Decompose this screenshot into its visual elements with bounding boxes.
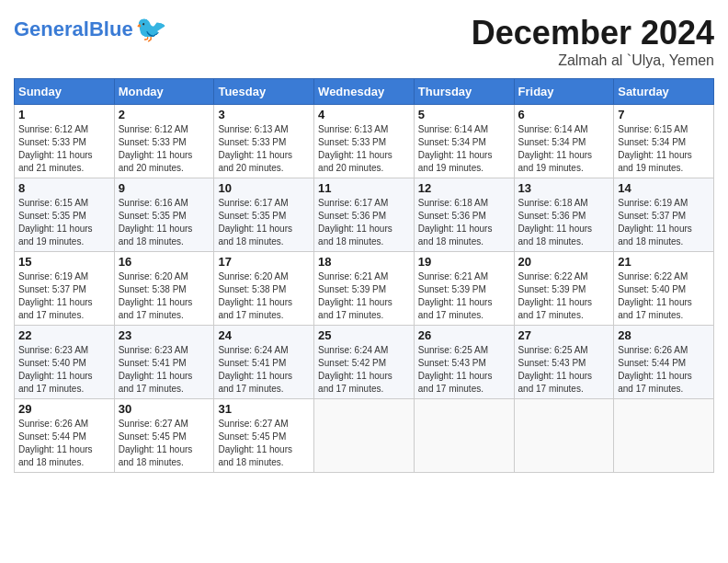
day-info: Sunrise: 6:27 AMSunset: 5:45 PMDaylight:… bbox=[119, 418, 210, 469]
weekday-header-wednesday: Wednesday bbox=[314, 79, 415, 105]
day-number: 31 bbox=[218, 402, 310, 416]
day-info: Sunrise: 6:25 AMSunset: 5:43 PMDaylight:… bbox=[418, 344, 510, 396]
day-cell: 25Sunrise: 6:24 AMSunset: 5:42 PMDayligh… bbox=[314, 326, 415, 399]
day-number: 19 bbox=[418, 255, 510, 269]
day-number: 29 bbox=[18, 402, 110, 416]
location-title: Zalmah al `Ulya, Yemen bbox=[472, 52, 714, 69]
day-cell: 15Sunrise: 6:19 AMSunset: 5:37 PMDayligh… bbox=[15, 252, 115, 326]
day-info: Sunrise: 6:19 AMSunset: 5:37 PMDaylight:… bbox=[18, 270, 110, 322]
day-number: 13 bbox=[518, 181, 610, 195]
day-number: 4 bbox=[318, 108, 410, 121]
day-info: Sunrise: 6:22 AMSunset: 5:40 PMDaylight:… bbox=[618, 270, 710, 322]
day-number: 6 bbox=[518, 108, 610, 121]
day-number: 30 bbox=[119, 402, 210, 416]
day-number: 24 bbox=[218, 328, 310, 342]
day-cell: 27Sunrise: 6:25 AMSunset: 5:43 PMDayligh… bbox=[514, 326, 614, 399]
day-number: 10 bbox=[218, 181, 310, 195]
day-number: 9 bbox=[119, 181, 210, 195]
day-cell: 29Sunrise: 6:26 AMSunset: 5:44 PMDayligh… bbox=[15, 399, 115, 473]
day-info: Sunrise: 6:23 AMSunset: 5:41 PMDaylight:… bbox=[119, 344, 210, 396]
week-row-3: 15Sunrise: 6:19 AMSunset: 5:37 PMDayligh… bbox=[15, 252, 714, 326]
day-cell: 22Sunrise: 6:23 AMSunset: 5:40 PMDayligh… bbox=[15, 326, 115, 399]
day-number: 22 bbox=[18, 328, 110, 342]
day-info: Sunrise: 6:20 AMSunset: 5:38 PMDaylight:… bbox=[218, 270, 310, 322]
day-cell: 28Sunrise: 6:26 AMSunset: 5:44 PMDayligh… bbox=[614, 326, 714, 399]
weekday-header-tuesday: Tuesday bbox=[214, 79, 314, 105]
day-number: 26 bbox=[418, 328, 510, 342]
day-info: Sunrise: 6:12 AMSunset: 5:33 PMDaylight:… bbox=[119, 123, 210, 175]
weekday-header-friday: Friday bbox=[514, 79, 614, 105]
day-cell bbox=[614, 399, 714, 473]
day-cell: 16Sunrise: 6:20 AMSunset: 5:38 PMDayligh… bbox=[114, 252, 214, 326]
day-cell: 20Sunrise: 6:22 AMSunset: 5:39 PMDayligh… bbox=[514, 252, 614, 326]
day-cell: 1Sunrise: 6:12 AMSunset: 5:33 PMDaylight… bbox=[15, 105, 115, 178]
day-cell: 14Sunrise: 6:19 AMSunset: 5:37 PMDayligh… bbox=[614, 178, 714, 252]
day-info: Sunrise: 6:26 AMSunset: 5:44 PMDaylight:… bbox=[618, 344, 710, 396]
day-info: Sunrise: 6:21 AMSunset: 5:39 PMDaylight:… bbox=[418, 270, 510, 322]
logo: GeneralBlue 🐦 bbox=[14, 14, 167, 44]
day-number: 12 bbox=[418, 181, 510, 195]
day-cell: 30Sunrise: 6:27 AMSunset: 5:45 PMDayligh… bbox=[114, 399, 214, 473]
day-cell: 26Sunrise: 6:25 AMSunset: 5:43 PMDayligh… bbox=[414, 326, 514, 399]
day-cell: 13Sunrise: 6:18 AMSunset: 5:36 PMDayligh… bbox=[514, 178, 614, 252]
day-info: Sunrise: 6:27 AMSunset: 5:45 PMDaylight:… bbox=[218, 418, 310, 469]
weekday-header-row: SundayMondayTuesdayWednesdayThursdayFrid… bbox=[15, 79, 714, 105]
day-cell bbox=[314, 399, 415, 473]
day-number: 2 bbox=[119, 108, 210, 121]
day-cell: 9Sunrise: 6:16 AMSunset: 5:35 PMDaylight… bbox=[114, 178, 214, 252]
day-info: Sunrise: 6:22 AMSunset: 5:39 PMDaylight:… bbox=[518, 270, 610, 322]
day-number: 7 bbox=[618, 108, 710, 121]
day-cell: 7Sunrise: 6:15 AMSunset: 5:34 PMDaylight… bbox=[614, 105, 714, 178]
day-number: 11 bbox=[318, 181, 410, 195]
day-cell: 5Sunrise: 6:14 AMSunset: 5:34 PMDaylight… bbox=[414, 105, 514, 178]
weekday-header-thursday: Thursday bbox=[414, 79, 514, 105]
day-number: 25 bbox=[318, 328, 410, 342]
week-row-5: 29Sunrise: 6:26 AMSunset: 5:44 PMDayligh… bbox=[15, 399, 714, 473]
day-cell: 23Sunrise: 6:23 AMSunset: 5:41 PMDayligh… bbox=[114, 326, 214, 399]
day-info: Sunrise: 6:13 AMSunset: 5:33 PMDaylight:… bbox=[218, 123, 310, 175]
day-info: Sunrise: 6:26 AMSunset: 5:44 PMDaylight:… bbox=[18, 418, 110, 469]
logo-text: GeneralBlue bbox=[14, 17, 133, 41]
day-info: Sunrise: 6:15 AMSunset: 5:34 PMDaylight:… bbox=[618, 123, 710, 175]
day-cell: 24Sunrise: 6:24 AMSunset: 5:41 PMDayligh… bbox=[214, 326, 314, 399]
day-number: 27 bbox=[518, 328, 610, 342]
day-number: 8 bbox=[18, 181, 110, 195]
day-number: 14 bbox=[618, 181, 710, 195]
day-number: 21 bbox=[618, 255, 710, 269]
day-cell: 18Sunrise: 6:21 AMSunset: 5:39 PMDayligh… bbox=[314, 252, 415, 326]
day-info: Sunrise: 6:24 AMSunset: 5:41 PMDaylight:… bbox=[218, 344, 310, 396]
day-cell bbox=[514, 399, 614, 473]
day-cell: 11Sunrise: 6:17 AMSunset: 5:36 PMDayligh… bbox=[314, 178, 415, 252]
day-number: 1 bbox=[18, 108, 110, 121]
day-cell: 10Sunrise: 6:17 AMSunset: 5:35 PMDayligh… bbox=[214, 178, 314, 252]
day-cell: 4Sunrise: 6:13 AMSunset: 5:33 PMDaylight… bbox=[314, 105, 415, 178]
day-cell: 19Sunrise: 6:21 AMSunset: 5:39 PMDayligh… bbox=[414, 252, 514, 326]
day-cell: 21Sunrise: 6:22 AMSunset: 5:40 PMDayligh… bbox=[614, 252, 714, 326]
day-number: 15 bbox=[18, 255, 110, 269]
day-info: Sunrise: 6:24 AMSunset: 5:42 PMDaylight:… bbox=[318, 344, 410, 396]
day-info: Sunrise: 6:15 AMSunset: 5:35 PMDaylight:… bbox=[18, 197, 110, 248]
weekday-header-monday: Monday bbox=[114, 79, 214, 105]
day-cell: 12Sunrise: 6:18 AMSunset: 5:36 PMDayligh… bbox=[414, 178, 514, 252]
day-number: 16 bbox=[119, 255, 210, 269]
weekday-header-saturday: Saturday bbox=[614, 79, 714, 105]
day-info: Sunrise: 6:14 AMSunset: 5:34 PMDaylight:… bbox=[418, 123, 510, 175]
day-info: Sunrise: 6:19 AMSunset: 5:37 PMDaylight:… bbox=[618, 197, 710, 248]
day-info: Sunrise: 6:20 AMSunset: 5:38 PMDaylight:… bbox=[119, 270, 210, 322]
day-info: Sunrise: 6:17 AMSunset: 5:36 PMDaylight:… bbox=[318, 197, 410, 248]
day-info: Sunrise: 6:25 AMSunset: 5:43 PMDaylight:… bbox=[518, 344, 610, 396]
day-cell: 17Sunrise: 6:20 AMSunset: 5:38 PMDayligh… bbox=[214, 252, 314, 326]
month-title: December 2024 bbox=[472, 14, 714, 52]
logo-bird-icon: 🐦 bbox=[135, 14, 167, 44]
day-info: Sunrise: 6:13 AMSunset: 5:33 PMDaylight:… bbox=[318, 123, 410, 175]
header: GeneralBlue 🐦 December 2024 Zalmah al `U… bbox=[14, 14, 714, 69]
week-row-2: 8Sunrise: 6:15 AMSunset: 5:35 PMDaylight… bbox=[15, 178, 714, 252]
day-number: 3 bbox=[218, 108, 310, 121]
day-cell: 6Sunrise: 6:14 AMSunset: 5:34 PMDaylight… bbox=[514, 105, 614, 178]
day-info: Sunrise: 6:17 AMSunset: 5:35 PMDaylight:… bbox=[218, 197, 310, 248]
calendar-table: SundayMondayTuesdayWednesdayThursdayFrid… bbox=[14, 78, 714, 473]
day-info: Sunrise: 6:18 AMSunset: 5:36 PMDaylight:… bbox=[518, 197, 610, 248]
day-cell: 2Sunrise: 6:12 AMSunset: 5:33 PMDaylight… bbox=[114, 105, 214, 178]
day-cell: 31Sunrise: 6:27 AMSunset: 5:45 PMDayligh… bbox=[214, 399, 314, 473]
day-number: 23 bbox=[119, 328, 210, 342]
